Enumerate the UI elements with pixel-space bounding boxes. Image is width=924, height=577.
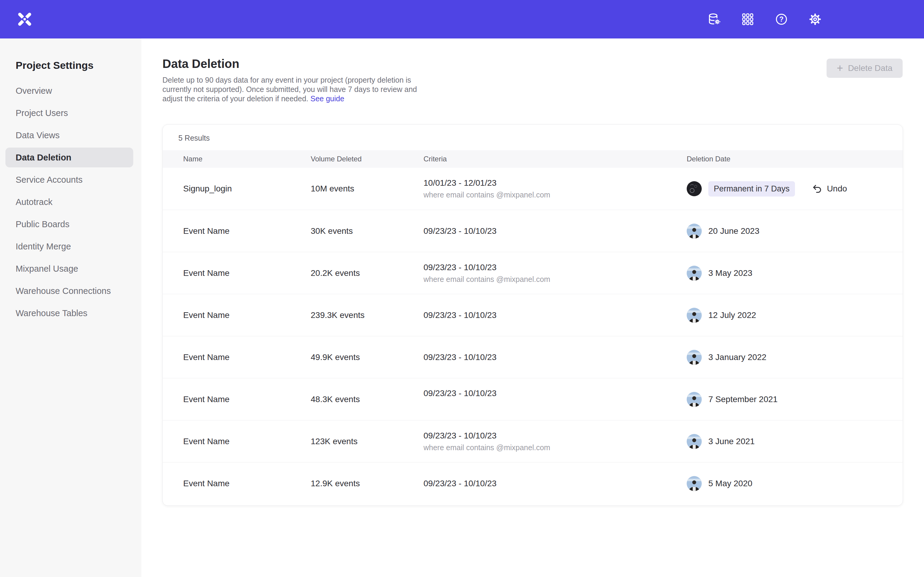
sidebar: Project Settings Overview Project Users … [0,39,141,577]
plus-icon: + [837,63,843,74]
row-event-name: Event Name [163,395,311,404]
row-event-name: Event Name [163,479,311,488]
row-deletion-date-cell: Permanent in 7 Days Undo [687,181,903,197]
person-photo-avatar [687,308,702,323]
deletion-date-text: 7 September 2021 [708,395,777,404]
row-deletion-date-cell: 3 May 2023 [687,266,903,281]
undo-button[interactable]: Undo [812,183,847,194]
user-avatar [687,392,702,407]
row-volume-deleted: 12.9K events [311,479,423,488]
undo-icon [812,183,823,194]
user-avatar [687,476,702,491]
row-criteria-cell: 09/23/23 - 10/10/23 [423,388,687,398]
settings-gear-icon[interactable] [808,12,822,26]
person-photo-avatar [687,224,702,239]
row-deletion-date-cell: 3 January 2022 [687,350,903,365]
row-event-name: Event Name [163,226,311,236]
description-text: Delete up to 90 days data for any event … [162,76,417,103]
sidebar-item-overview[interactable]: Overview [5,81,133,101]
sidebar-nav: Overview Project Users Data Views Data D… [0,81,141,323]
row-event-name: Event Name [163,310,311,320]
row-volume-deleted: 123K events [311,437,423,446]
sidebar-item-data-views[interactable]: Data Views [5,125,133,145]
row-criteria-cell: 09/23/23 - 10/10/23 where email contains… [423,431,687,452]
table-row: Event Name 48.3K events 09/23/23 - 10/10… [163,378,903,420]
row-event-name: Event Name [163,268,311,278]
topbar-icon-group: ? [707,12,822,26]
row-criteria-filter: where email contains @mixpanel.com [423,190,687,199]
row-deletion-date-cell: 12 July 2022 [687,308,903,323]
row-criteria-cell: 09/23/23 - 10/10/23 [423,479,687,488]
row-deletion-date-cell: 20 June 2023 [687,224,903,239]
deletion-date-text: 12 July 2022 [708,310,756,320]
deletion-date-text: 20 June 2023 [708,226,759,236]
sidebar-item-autotrack[interactable]: Autotrack [5,192,133,212]
sidebar-item-data-deletion[interactable]: Data Deletion [5,148,133,168]
sidebar-item-identity-merge[interactable]: Identity Merge [5,237,133,256]
person-photo-avatar [687,434,702,449]
page-title: Data Deletion [162,57,924,71]
delete-data-button[interactable]: + Delete Data [827,59,903,78]
status-badge: Permanent in 7 Days [708,181,795,197]
sidebar-item-warehouse-connections[interactable]: Warehouse Connections [5,281,133,301]
see-guide-link[interactable]: See guide [310,94,344,103]
user-avatar [687,181,702,196]
table-row: Event Name 20.2K events 09/23/23 - 10/10… [163,252,903,294]
row-criteria-range: 09/23/23 - 10/10/23 [423,431,687,440]
deletion-table-card: 5 Results Name Volume Deleted Criteria D… [162,124,903,506]
table-row: Event Name 49.9K events 09/23/23 - 10/10… [163,336,903,378]
sidebar-item-warehouse-tables[interactable]: Warehouse Tables [5,303,133,323]
user-avatar [687,266,702,281]
table-body: Signup_login 10M events 10/01/23 - 12/01… [163,168,903,504]
apps-grid-icon[interactable] [741,12,754,26]
page-description: Delete up to 90 days data for any event … [162,76,433,103]
row-criteria-cell: 10/01/23 - 12/01/23 where email contains… [423,178,687,199]
row-volume-deleted: 20.2K events [311,268,423,278]
column-header-volume: Volume Deleted [311,155,423,163]
row-criteria-filter: where email contains @mixpanel.com [423,443,687,452]
deletion-date-text: 5 May 2020 [708,479,752,488]
sidebar-item-mixpanel-usage[interactable]: Mixpanel Usage [5,259,133,279]
mixpanel-logo[interactable] [17,11,32,27]
main-content: Data Deletion Delete up to 90 days data … [141,39,924,577]
deletion-date-text: 3 January 2022 [708,353,766,362]
help-icon[interactable]: ? [774,12,788,26]
table-row: Signup_login 10M events 10/01/23 - 12/01… [163,168,903,210]
user-avatar [687,308,702,323]
table-row: Event Name 30K events 09/23/23 - 10/10/2… [163,210,903,252]
row-criteria-range: 09/23/23 - 10/10/23 [423,388,687,398]
column-header-criteria: Criteria [423,155,687,163]
sidebar-item-service-accounts[interactable]: Service Accounts [5,170,133,190]
row-deletion-date-cell: 5 May 2020 [687,476,903,491]
row-criteria-range: 09/23/23 - 10/10/23 [423,310,687,320]
row-volume-deleted: 49.9K events [311,353,423,362]
row-criteria-cell: 09/23/23 - 10/10/23 [423,226,687,236]
topbar: ? [0,0,924,39]
column-header-deletion-date: Deletion Date [687,155,903,163]
dark-profile-avatar [687,181,702,196]
table-row: Event Name 12.9K events 09/23/23 - 10/10… [163,462,903,504]
person-photo-avatar [687,350,702,365]
deletion-date-text: 3 May 2023 [708,268,752,278]
row-criteria-filter: where email contains @mixpanel.com [423,275,687,284]
sidebar-title: Project Settings [16,60,141,71]
user-avatar [687,350,702,365]
row-deletion-date-cell: 7 September 2021 [687,392,903,407]
row-event-name: Event Name [163,353,311,362]
data-management-icon[interactable] [707,12,721,26]
sidebar-item-project-users[interactable]: Project Users [5,103,133,123]
sidebar-item-public-boards[interactable]: Public Boards [5,214,133,234]
row-volume-deleted: 10M events [311,184,423,193]
user-avatar [687,224,702,239]
row-criteria-range: 09/23/23 - 10/10/23 [423,479,687,488]
row-deletion-date-cell: 3 June 2021 [687,434,903,449]
svg-text:?: ? [779,15,783,23]
row-volume-deleted: 30K events [311,226,423,236]
table-header-row: Name Volume Deleted Criteria Deletion Da… [163,150,903,168]
person-photo-avatar [687,266,702,281]
row-event-name: Signup_login [163,184,311,193]
results-count: 5 Results [163,125,903,150]
row-event-name: Event Name [163,437,311,446]
row-criteria-range: 09/23/23 - 10/10/23 [423,263,687,272]
row-criteria-cell: 09/23/23 - 10/10/23 [423,353,687,362]
